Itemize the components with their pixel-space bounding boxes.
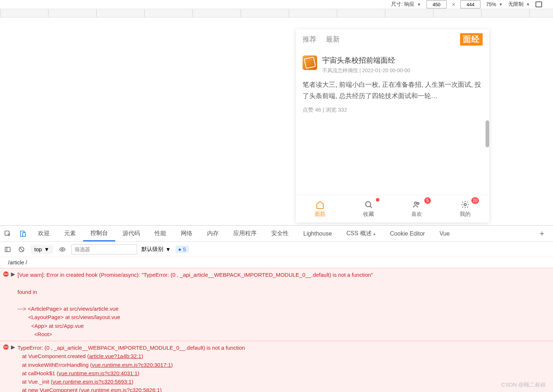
responsive-toolbar: 尺寸: 响应▼ × 75%▼ 无限制▼ xyxy=(0,0,553,9)
source-link[interactable]: vue.runtime.esm.js?c320:4031:1 xyxy=(59,370,138,376)
tab-cookie-editor[interactable]: Cookie Editor xyxy=(383,226,432,241)
dimensions-label[interactable]: 尺寸: 响应 xyxy=(391,1,414,8)
expand-caret-icon[interactable]: ▶ xyxy=(11,271,15,277)
error-icon: ⛔ xyxy=(3,344,9,350)
expand-caret-icon[interactable]: ▶ xyxy=(11,344,15,350)
ruler xyxy=(0,9,553,18)
console-output[interactable]: /article / ⛔ ▶ [Vue warn]: Error in crea… xyxy=(0,257,553,392)
nav-like[interactable]: 5 喜欢 xyxy=(393,195,441,222)
toggle-sidebar-icon[interactable] xyxy=(3,246,12,253)
nav-mine[interactable]: 20 我的 xyxy=(441,195,490,222)
clear-console-icon[interactable] xyxy=(17,246,26,253)
article-icon xyxy=(303,55,317,70)
tab-security[interactable]: 安全性 xyxy=(264,226,296,241)
tab-performance[interactable]: 性能 xyxy=(147,226,174,241)
add-tab-icon[interactable]: + xyxy=(531,229,553,238)
error-log: ⛔ ▶ TypeError: (0 , _api_article__WEBPAC… xyxy=(0,341,553,392)
gear-icon xyxy=(460,200,470,209)
filter-input[interactable] xyxy=(71,244,137,255)
svg-point-1 xyxy=(414,202,417,204)
inspect-icon[interactable] xyxy=(0,230,15,237)
error-stack: TypeError: (0 , _api_article__WEBPACK_IM… xyxy=(17,344,245,392)
chevron-down-icon: ▼ xyxy=(165,246,171,252)
tab-recommend[interactable]: 推荐 xyxy=(303,35,316,44)
log-level-select[interactable]: 默认级别▼ xyxy=(141,246,171,253)
error-text: [Vue warn]: Error in created hook (Promi… xyxy=(17,271,373,338)
device-toggle-icon[interactable] xyxy=(15,230,31,237)
log-line: /article / xyxy=(0,257,553,268)
issues-badge[interactable]: 5 xyxy=(175,245,189,253)
context-select[interactable]: top▼ xyxy=(31,245,53,254)
live-expression-icon[interactable] xyxy=(58,246,67,253)
watermark: CSDN @顾二叔叔 xyxy=(501,381,546,388)
article-meta: 不风流怎样倜傥 | 2022-01-20 00-00-00 xyxy=(322,67,410,74)
source-link[interactable]: vue.runtime.esm.js?c320:5826:1 xyxy=(81,387,160,392)
badge-count: 5 xyxy=(424,197,431,204)
nav-mianjin[interactable]: 面筋 xyxy=(296,195,344,222)
throttle-select[interactable]: 无限制 xyxy=(508,1,523,8)
zoom-select[interactable]: 75% xyxy=(486,1,496,7)
svg-point-0 xyxy=(366,202,371,207)
svg-rect-7 xyxy=(5,247,10,252)
mobile-viewport[interactable]: 推荐 最新 面经 宇宙头条校招前端面经 不风流怎样倜傥 | 2022-01-20… xyxy=(296,29,489,222)
tab-welcome[interactable]: 欢迎 xyxy=(31,226,57,241)
chevron-down-icon: ▼ xyxy=(417,2,421,7)
nav-collect[interactable]: 收藏 xyxy=(344,195,393,222)
height-input[interactable] xyxy=(460,0,480,8)
tab-latest[interactable]: 最新 xyxy=(326,35,340,44)
notification-dot-icon xyxy=(376,198,379,202)
article-body: 笔者读大三, 前端小白一枚, 正在准备春招, 人生第一次面试, 投了头条前端, … xyxy=(303,79,483,101)
tab-lighthouse[interactable]: Lighthouse xyxy=(296,226,339,241)
device-preview: 推荐 最新 面经 宇宙头条校招前端面经 不风流怎样倜傥 | 2022-01-20… xyxy=(0,18,553,225)
svg-rect-6 xyxy=(23,232,25,236)
tab-css-overview[interactable]: CSS 概述 xyxy=(339,226,382,241)
article-title: 宇宙头条校招前端面经 xyxy=(322,55,410,65)
rotate-icon[interactable] xyxy=(536,1,542,7)
console-toolbar: top▼ 默认级别▼ 5 xyxy=(0,242,553,257)
app-logo: 面经 xyxy=(460,33,483,46)
source-link[interactable]: article.vue?1a4b:32:1 xyxy=(89,353,141,359)
chevron-down-icon: ▼ xyxy=(44,246,50,252)
article-stats: 点赞 46 | 浏览 332 xyxy=(303,106,483,113)
svg-point-3 xyxy=(464,203,466,206)
svg-point-9 xyxy=(61,248,63,250)
people-icon xyxy=(412,200,421,209)
tab-sources[interactable]: 源代码 xyxy=(115,226,147,241)
home-icon xyxy=(315,200,325,209)
tab-network[interactable]: 网络 xyxy=(174,226,200,241)
tab-vue[interactable]: Vue xyxy=(432,226,457,241)
scrollbar[interactable] xyxy=(486,120,489,147)
badge-count: 20 xyxy=(471,197,479,204)
devtools-panel: 欢迎 元素 控制台 源代码 性能 网络 内存 应用程序 安全性 Lighthou… xyxy=(0,225,553,392)
search-icon xyxy=(364,200,373,209)
tab-console[interactable]: 控制台 xyxy=(83,226,115,241)
article-card[interactable]: 宇宙头条校招前端面经 不风流怎样倜傥 | 2022-01-20 00-00-00… xyxy=(296,50,489,113)
bottom-nav: 面筋 收藏 5 喜欢 20 我的 xyxy=(296,195,489,222)
tab-application[interactable]: 应用程序 xyxy=(226,226,264,241)
chevron-down-icon: ▼ xyxy=(499,2,503,7)
tab-elements[interactable]: 元素 xyxy=(57,226,83,241)
source-link[interactable]: vue.runtime.esm.js?c320:5693:1 xyxy=(52,379,132,385)
chevron-down-icon: ▼ xyxy=(526,2,530,7)
svg-point-2 xyxy=(417,203,419,205)
app-header: 推荐 最新 面经 xyxy=(296,29,489,50)
tab-memory[interactable]: 内存 xyxy=(200,226,226,241)
source-link[interactable]: vue.runtime.esm.js?c320:3017:1 xyxy=(92,362,171,368)
error-log: ⛔ ▶ [Vue warn]: Error in created hook (P… xyxy=(0,268,553,341)
devtools-tabs: 欢迎 元素 控制台 源代码 性能 网络 内存 应用程序 安全性 Lighthou… xyxy=(0,226,553,242)
width-input[interactable] xyxy=(427,0,447,8)
error-icon: ⛔ xyxy=(3,271,9,277)
times-icon: × xyxy=(452,1,455,7)
